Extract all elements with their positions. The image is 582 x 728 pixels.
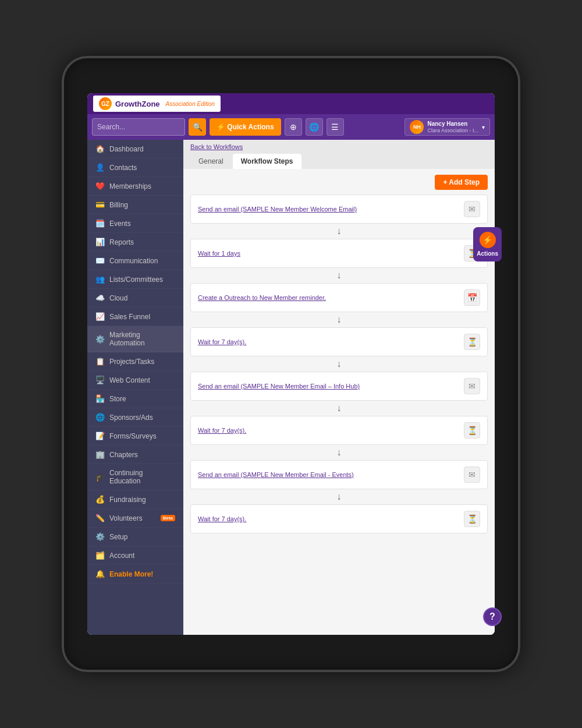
logo-bold: Growth: [115, 100, 142, 108]
workflow-step-5: Send an email (SAMPLE New Member Email –…: [190, 372, 488, 401]
user-name: Nancy Hansen: [427, 121, 478, 128]
step-link-1[interactable]: Send an email (SAMPLE New Member Welcome…: [198, 206, 464, 213]
sidebar-item-label: Communication: [109, 257, 175, 265]
billing-icon: 💳: [95, 200, 105, 209]
actions-float-button[interactable]: ⚡ Actions: [473, 227, 495, 261]
email-icon-2: ✉: [464, 378, 480, 394]
step-link-7[interactable]: Send an email (SAMPLE New Member Email -…: [198, 471, 464, 478]
events-icon: 🗓️: [95, 219, 105, 228]
sidebar-item-label: Marketing Automation: [109, 331, 175, 347]
sidebar-item-label: Memberships: [109, 182, 175, 190]
sidebar-item-enable-more[interactable]: 🔔 Enable More!: [87, 565, 183, 584]
sidebar-item-lists-committees[interactable]: 👥 Lists/Committees: [87, 270, 183, 289]
account-icon: 🗂️: [95, 551, 105, 560]
logo-rest: Zone: [142, 100, 160, 108]
user-menu-button[interactable]: NH Nancy Hansen Clara Association - I...…: [404, 118, 490, 136]
sidebar-item-setup[interactable]: ⚙️ Setup: [87, 528, 183, 546]
step-link-8[interactable]: Wait for 7 day(s).: [198, 515, 464, 522]
sidebar-item-billing[interactable]: 💳 Billing: [87, 196, 183, 214]
arrow-down-7: ↓: [190, 489, 488, 504]
sidebar-item-cloud[interactable]: ☁️ Cloud: [87, 289, 183, 308]
add-step-button[interactable]: + Add Step: [435, 175, 488, 190]
sidebar-item-label: Volunteers: [109, 514, 156, 522]
sidebar-item-store[interactable]: 🏪 Store: [87, 390, 183, 408]
step-link-5[interactable]: Send an email (SAMPLE New Member Email –…: [198, 383, 464, 390]
workflow-step-4: Wait for 7 day(s). ⏳: [190, 327, 488, 356]
sidebar-item-label: Events: [109, 220, 175, 228]
wait-icon-2: ⏳: [464, 334, 480, 350]
tablet-frame: GZ GrowthZone Association Edition Search…: [64, 58, 518, 670]
sidebar-item-projects-tasks[interactable]: 📋 Projects/Tasks: [87, 352, 183, 371]
tabs-bar: General Workflow Steps: [183, 154, 495, 169]
sidebar-item-marketing-automation[interactable]: ⚙️ Marketing Automation: [87, 326, 183, 352]
search-button[interactable]: 🔍: [189, 118, 206, 136]
arrow-down-1: ↓: [190, 224, 488, 239]
content-area: Back to Workflows General Workflow Steps…: [183, 140, 495, 635]
workflow-step-2: Wait for 1 days ⏳: [190, 239, 488, 268]
sidebar-item-account[interactable]: 🗂️ Account: [87, 546, 183, 565]
logo-subtitle: Association Edition: [166, 101, 215, 107]
memberships-icon: ❤️: [95, 182, 105, 190]
sidebar-item-label: Fundraising: [109, 496, 175, 504]
continuing-education-icon: 🎓: [95, 473, 105, 482]
tab-general[interactable]: General: [190, 154, 232, 169]
sidebar-item-label: Account: [109, 552, 175, 560]
sidebar-item-events[interactable]: 🗓️ Events: [87, 214, 183, 233]
contacts-icon: 👤: [95, 163, 105, 172]
menu-icon-button[interactable]: ☰: [327, 118, 344, 136]
sidebar-item-volunteers[interactable]: ✏️ Volunteers Beta: [87, 509, 183, 528]
workflow-step-8: Wait for 7 day(s). ⏳: [190, 504, 488, 533]
sidebar-item-contacts[interactable]: 👤 Contacts: [87, 158, 183, 177]
email-icon: ✉: [464, 201, 480, 217]
store-icon: 🏪: [95, 394, 105, 403]
sidebar-item-label: Projects/Tasks: [109, 358, 175, 366]
sidebar-item-label: Lists/Committees: [109, 275, 175, 284]
step-link-4[interactable]: Wait for 7 day(s).: [198, 338, 464, 345]
tab-workflow-steps[interactable]: Workflow Steps: [233, 154, 301, 169]
sidebar-item-communication[interactable]: ✉️ Communication: [87, 252, 183, 270]
chapters-icon: 🏢: [95, 450, 105, 459]
cloud-icon: ☁️: [95, 294, 105, 302]
workflow-step-6: Wait for 7 day(s). ⏳: [190, 416, 488, 445]
sidebar-item-label: Enable More!: [109, 570, 175, 578]
sidebar-item-sales-funnel[interactable]: 📈 Sales Funnel: [87, 308, 183, 326]
search-box[interactable]: Search...: [92, 118, 185, 136]
sidebar-item-reports[interactable]: 📊 Reports: [87, 233, 183, 252]
sidebar-item-label: Chapters: [109, 451, 175, 459]
dashboard-icon: 🏠: [95, 144, 105, 153]
actions-lightning-icon: ⚡: [480, 232, 495, 248]
arrow-down-6: ↓: [190, 445, 488, 460]
sidebar-item-label: Reports: [109, 238, 175, 246]
workflow-step-7: Send an email (SAMPLE New Member Email -…: [190, 460, 488, 489]
sidebar-item-continuing-education[interactable]: 🎓 Continuing Education: [87, 464, 183, 490]
avatar: NH: [410, 120, 424, 134]
sidebar-item-chapters[interactable]: 🏢 Chapters: [87, 446, 183, 464]
nav-bar: Search... 🔍 ⚡ Quick Actions ⊕ 🌐 ☰ NH Nan…: [87, 114, 495, 140]
hub-icon-button[interactable]: ⊕: [285, 118, 302, 136]
sidebar-item-fundraising[interactable]: 💰 Fundraising: [87, 490, 183, 509]
step-link-3[interactable]: Create a Outreach to New Member reminder…: [198, 294, 464, 301]
arrow-down-5: ↓: [190, 401, 488, 416]
sidebar-item-label: Cloud: [109, 294, 175, 302]
step-link-2[interactable]: Wait for 1 days: [198, 250, 464, 257]
sidebar-item-dashboard[interactable]: 🏠 Dashboard: [87, 140, 183, 158]
add-step-row: + Add Step: [190, 175, 488, 190]
sidebar-item-memberships[interactable]: ❤️ Memberships: [87, 177, 183, 196]
globe-icon-button[interactable]: 🌐: [306, 118, 323, 136]
step-link-6[interactable]: Wait for 7 day(s).: [198, 427, 464, 434]
arrow-down-2: ↓: [190, 268, 488, 283]
arrow-down-4: ↓: [190, 356, 488, 372]
sidebar-item-web-content[interactable]: 🖥️ Web Content: [87, 371, 183, 390]
logo-text: GrowthZone: [115, 100, 160, 108]
search-placeholder: Search...: [97, 123, 125, 131]
back-to-workflows-link[interactable]: Back to Workflows: [183, 140, 495, 154]
sidebar-item-sponsors-ads[interactable]: 🌐 Sponsors/Ads: [87, 408, 183, 427]
logo-area: GZ GrowthZone Association Edition: [93, 96, 221, 112]
sidebar-item-label: Forms/Surveys: [109, 432, 175, 440]
wait-icon-3: ⏳: [464, 422, 480, 439]
quick-actions-button[interactable]: ⚡ Quick Actions: [210, 118, 281, 136]
sidebar-item-label: Web Content: [109, 376, 175, 384]
workflow-step-3: Create a Outreach to New Member reminder…: [190, 283, 488, 312]
sidebar-item-forms-surveys[interactable]: 📝 Forms/Surveys: [87, 427, 183, 446]
top-bar: GZ GrowthZone Association Edition: [87, 93, 495, 114]
